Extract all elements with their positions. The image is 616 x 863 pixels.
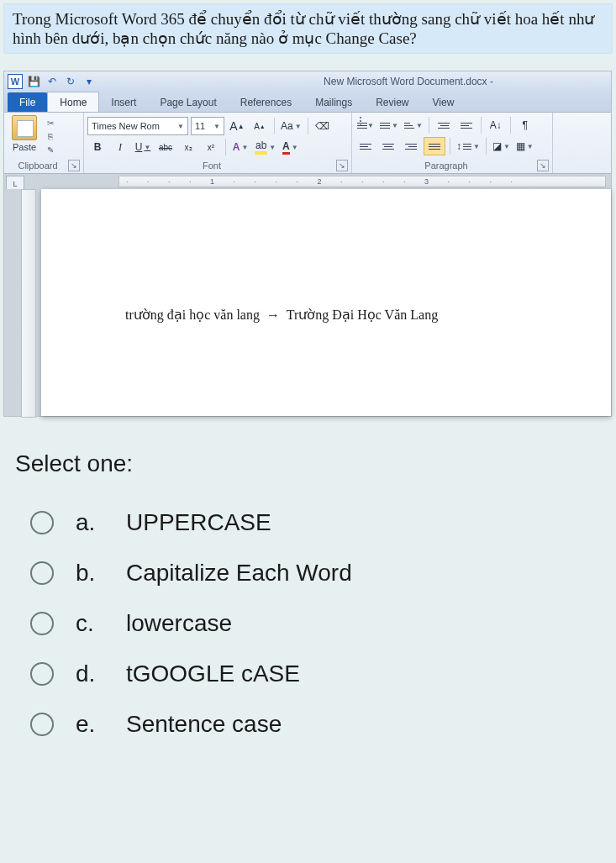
paragraph-launcher-icon[interactable]: ↘ [537,160,549,171]
shrink-font-icon[interactable]: A▲ [250,118,270,134]
clipboard-group-label: Clipboard [8,160,68,171]
justify-button[interactable] [424,137,445,155]
vertical-ruler[interactable] [21,189,36,418]
answers-prompt: Select one: [15,450,609,477]
horizontal-ruler[interactable]: · · · · 1 · · · · 2 · · · · 3 · · · · [118,176,606,187]
tab-file[interactable]: File [8,92,47,112]
radio-icon[interactable] [30,561,54,585]
font-group-label: Font [87,160,336,171]
tab-page-layout[interactable]: Page Layout [148,92,228,112]
group-clipboard: Paste ✂ ⎘ ✎ Clipboard ↘ [4,113,84,173]
superscript-button[interactable]: x² [201,139,221,155]
change-case-button[interactable]: Aa▼ [279,118,303,134]
grow-font-icon[interactable]: A▲ [227,118,247,134]
quick-access-toolbar: W 💾 ↶ ↻ ▾ [4,74,97,89]
ribbon-tabs: File Home Insert Page Layout References … [4,92,611,113]
arrow-icon: → [263,308,283,322]
option-text: tGOOGLE cASE [126,660,300,687]
bullets-button[interactable]: ⋮▼ [355,117,376,134]
ruler-area: L · · · · 1 · · · · 2 · · · · 3 · · · · [4,174,611,189]
option-b[interactable]: b. Capitalize Each Word [15,548,609,598]
strikethrough-button[interactable]: abc [155,139,176,155]
group-font: Times New Rom▼ 11▼ A▲ A▲ Aa▼ ⌫ B [84,113,352,173]
decrease-indent-button[interactable] [434,117,454,134]
chevron-down-icon: ▼ [176,123,184,130]
option-a[interactable]: a. UPPERCASE [15,497,609,548]
subscript-button[interactable]: x₂ [178,139,198,155]
answers-section: Select one: a. UPPERCASE b. Capitalize E… [15,450,609,750]
cut-icon[interactable]: ✂ [43,117,58,129]
paste-button[interactable]: Paste [8,115,41,152]
highlight-button[interactable]: ab▼ [253,139,277,155]
redo-icon[interactable]: ↻ [63,74,78,89]
paragraph-group-label: Paragraph [355,160,537,171]
font-name-select[interactable]: Times New Rom▼ [87,117,188,135]
option-text: Sentence case [126,711,282,738]
question-text: Trong Microsoft Word 365 để chuyển đổi t… [3,3,613,54]
radio-icon[interactable] [30,713,54,736]
font-name-value: Times New Rom [92,121,160,131]
multilevel-button[interactable]: ▼ [403,117,424,134]
document-canvas: trường đại học văn lang → Trường Đại Học… [4,189,611,416]
shading-button[interactable]: ◪▼ [491,138,512,155]
underline-button[interactable]: U▼ [133,139,153,155]
clear-formatting-icon[interactable]: ⌫ [313,118,333,134]
tab-mailings[interactable]: Mailings [303,92,364,112]
option-d[interactable]: d. tGOOGLE cASE [15,649,609,699]
document-page[interactable]: trường đại học văn lang → Trường Đại Học… [41,189,611,416]
option-letter: c. [76,610,104,637]
ruler-marks: · · · · 1 · · · · 2 · · · · 3 · · · · [126,177,521,186]
option-text: lowercase [126,610,232,637]
font-launcher-icon[interactable]: ↘ [336,160,348,171]
increase-indent-button[interactable] [456,117,476,134]
font-size-select[interactable]: 11▼ [191,117,224,135]
format-painter-icon[interactable]: ✎ [43,144,58,155]
radio-icon[interactable] [30,662,54,686]
option-text: UPPERCASE [126,509,271,536]
ribbon: Paste ✂ ⎘ ✎ Clipboard ↘ [4,113,611,174]
italic-button[interactable]: I [110,139,130,155]
clipboard-launcher-icon[interactable]: ↘ [68,160,80,171]
copy-icon[interactable]: ⎘ [43,130,58,142]
paste-label: Paste [8,142,41,152]
group-paragraph: ⋮▼ ▼ ▼ A↓ ¶ [352,113,553,173]
numbering-button[interactable]: ▼ [378,117,400,134]
option-c[interactable]: c. lowercase [15,598,609,649]
chevron-down-icon: ▼ [212,123,220,130]
word-icon: W [8,74,23,89]
tab-insert[interactable]: Insert [99,92,148,112]
font-color-button[interactable]: A▼ [280,139,300,155]
paste-icon [12,115,37,140]
option-letter: a. [76,509,104,536]
bold-button[interactable]: B [87,139,108,155]
sort-button[interactable]: A↓ [486,117,506,134]
option-letter: e. [76,711,104,738]
word-title-bar: W 💾 ↶ ↻ ▾ New Microsoft Word Document.do… [4,71,611,92]
text-before: trường đại học văn lang [125,308,260,322]
text-after: Trường Đại Học Văn Lang [287,308,438,322]
option-letter: d. [76,660,104,687]
tab-review[interactable]: Review [364,92,420,112]
tab-references[interactable]: References [229,92,303,112]
line-spacing-button[interactable]: ↕▼ [455,138,482,155]
option-e[interactable]: e. Sentence case [15,699,609,750]
radio-icon[interactable] [30,612,54,635]
tab-home[interactable]: Home [47,92,99,112]
font-size-value: 11 [195,121,205,131]
text-effects-button[interactable]: A▼ [230,139,250,155]
align-right-button[interactable] [401,138,421,155]
document-title: New Microsoft Word Document.docx - [206,76,611,87]
save-icon[interactable]: 💾 [26,74,41,89]
undo-icon[interactable]: ↶ [45,74,60,89]
tab-view[interactable]: View [421,92,466,112]
align-left-button[interactable] [355,138,376,155]
option-letter: b. [76,560,104,587]
word-screenshot: W 💾 ↶ ↻ ▾ New Microsoft Word Document.do… [3,71,612,417]
align-center-button[interactable] [378,138,398,155]
document-sample-text: trường đại học văn lang → Trường Đại Học… [41,189,611,323]
qat-more-icon[interactable]: ▾ [82,74,97,89]
borders-button[interactable]: ▦▼ [514,138,535,155]
radio-icon[interactable] [30,511,54,534]
option-text: Capitalize Each Word [126,560,352,587]
show-marks-button[interactable]: ¶ [515,117,535,134]
